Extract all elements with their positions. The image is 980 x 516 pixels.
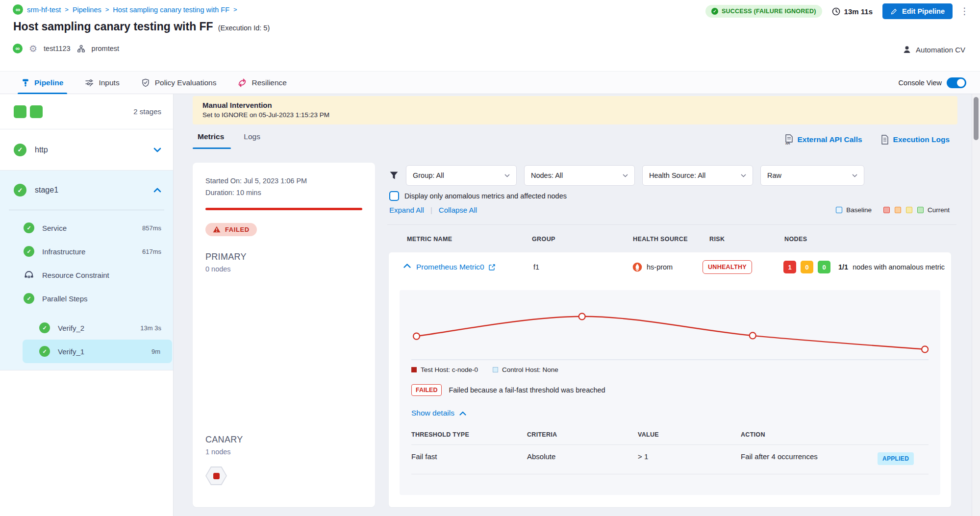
- harness-module-icon: ∞: [13, 44, 23, 53]
- nodes-filter-select[interactable]: Nodes: All: [524, 165, 635, 186]
- value-value: > 1: [638, 452, 648, 461]
- metrics-table-header: METRIC NAME GROUP HEALTH SOURCE RISK NOD…: [387, 236, 956, 245]
- tab-inputs-label: Inputs: [99, 78, 119, 87]
- execution-sidebar: 2 stages ✓ http ✓ stage1 ✓ Service 857ms…: [0, 94, 174, 516]
- control-host-swatch-icon: [493, 367, 498, 372]
- tab-resilience[interactable]: Resilience: [238, 72, 287, 94]
- sidebar-step-verify2[interactable]: ✓ Verify_2 13m 3s: [0, 316, 173, 340]
- nodes-filter-value: Nodes: All: [531, 172, 563, 179]
- health-source-name[interactable]: promtest: [92, 45, 119, 52]
- sidebar-stage-stage1[interactable]: ✓ stage1: [0, 171, 173, 210]
- baseline-legend-label: Baseline: [846, 206, 872, 214]
- tab-policy-evaluations-label: Policy Evaluations: [155, 78, 217, 87]
- external-api-calls-link[interactable]: API External API Calls: [785, 134, 862, 145]
- chevron-down-icon: [852, 174, 857, 177]
- sidebar-step-verify1-selected[interactable]: ✓ Verify_1 9m: [23, 340, 172, 363]
- expand-all-link[interactable]: Expand All: [389, 206, 424, 214]
- stage-square-icon: [14, 105, 26, 118]
- service-name[interactable]: test1123: [44, 45, 71, 52]
- metric-timeseries-chart[interactable]: [411, 295, 929, 364]
- sidebar-stage-http[interactable]: ✓ http: [0, 129, 173, 171]
- sidebar-step-service[interactable]: ✓ Service 857ms: [0, 216, 173, 240]
- canary-label: CANARY: [205, 435, 243, 445]
- breadcrumb-project[interactable]: srm-hf-test: [27, 6, 61, 14]
- chart-legend: Test Host: c-node-0 Control Host: None: [411, 366, 929, 373]
- warning-triangle-icon: [213, 226, 221, 233]
- success-check-icon: ✓: [24, 246, 34, 257]
- chevron-up-icon[interactable]: [403, 264, 411, 268]
- stage-stage1-label: stage1: [35, 186, 58, 195]
- breadcrumb-pipeline-name[interactable]: Host sampling canary testing with FF: [113, 6, 229, 14]
- sidebar-step-parallel-steps[interactable]: ✓ Parallel Steps: [0, 287, 173, 310]
- scrollbar-track[interactable]: [972, 94, 980, 516]
- resilience-icon: [238, 78, 247, 87]
- execution-logs-link[interactable]: Execution Logs: [881, 134, 950, 145]
- more-options-icon[interactable]: ⋮: [960, 6, 969, 16]
- show-details-link[interactable]: Show details: [411, 409, 466, 418]
- col-group: GROUP: [532, 236, 555, 243]
- tab-pipeline[interactable]: Pipeline: [22, 72, 63, 94]
- filter-funnel-icon[interactable]: [389, 171, 399, 180]
- stage1-block: ✓ stage1 ✓ Service 857ms ✓ Infrastructur…: [0, 171, 173, 370]
- data-mode-select[interactable]: Raw: [760, 165, 864, 186]
- stages-count: 2 stages: [133, 107, 161, 116]
- breadcrumb-separator-icon: >: [65, 6, 69, 13]
- unhealthy-node-dot: [213, 473, 220, 479]
- sidebar-step-resource-constraint[interactable]: Resource Constraint: [0, 263, 173, 287]
- banner-subtitle: Set to IGNORE on 05-Jul-2023 1:15:23 PM: [202, 111, 948, 119]
- step-duration: 13m 3s: [140, 324, 161, 332]
- step-label: Verify_1: [58, 347, 84, 356]
- execution-logs-icon: [881, 135, 889, 145]
- edit-pipeline-button[interactable]: Edit Pipeline: [882, 3, 953, 19]
- anomalous-note: nodes with anomalous metric: [853, 263, 945, 271]
- chevron-up-icon[interactable]: [153, 188, 161, 193]
- external-link-icon: [488, 264, 496, 271]
- data-mode-value: Raw: [767, 172, 781, 179]
- col-action: ACTION: [741, 431, 765, 438]
- status-badge-label: SUCCESS (FAILURE IGNORED): [722, 8, 816, 15]
- external-api-calls-label: External API Calls: [798, 135, 862, 144]
- external-api-calls-icon: API: [785, 134, 793, 145]
- sidebar-step-infrastructure[interactable]: ✓ Infrastructure 617ms: [0, 240, 173, 263]
- scrollbar-thumb[interactable]: [974, 97, 979, 140]
- breadcrumb: ∞ srm-hf-test > Pipelines > Host samplin…: [13, 4, 237, 15]
- metric-name-link[interactable]: Prometheus Metric0: [416, 263, 496, 271]
- step-duration: 9m: [151, 348, 160, 355]
- chevron-down-icon[interactable]: [153, 147, 161, 152]
- anomalous-checkbox[interactable]: [389, 191, 399, 201]
- test-host-legend-label: Test Host: c-node-0: [421, 366, 478, 373]
- console-view-toggle[interactable]: [947, 77, 966, 88]
- success-check-icon: ✓: [14, 144, 26, 156]
- tab-logs[interactable]: Logs: [244, 132, 260, 141]
- duration-label: 13m 11s: [844, 7, 873, 16]
- health-source-icon: [77, 45, 85, 53]
- primary-nodes-count: 0 nodes: [205, 265, 362, 273]
- tab-resilience-label: Resilience: [251, 78, 287, 87]
- test-host-legend-item: Test Host: c-node-0: [411, 366, 478, 373]
- risk-badge-unhealthy: UNHEALTHY: [703, 260, 752, 274]
- prometheus-icon: [632, 262, 642, 272]
- step-label: Verify_2: [58, 324, 84, 332]
- red-node-count-badge: 1: [783, 261, 796, 273]
- canary-node-hexagon[interactable]: [205, 467, 227, 485]
- verification-summary-card: Started On: Jul 5, 2023 1:06 PM Duration…: [193, 163, 375, 507]
- status-badge: ✓ SUCCESS (FAILURE IGNORED): [705, 5, 822, 18]
- threshold-type-value: Fail fast: [411, 452, 437, 461]
- divider: [387, 224, 956, 225]
- health-source-filter-select[interactable]: Health Source: All: [642, 165, 753, 186]
- harness-logo-icon: ∞: [13, 4, 23, 15]
- tab-policy-evaluations[interactable]: Policy Evaluations: [141, 72, 217, 94]
- breadcrumb-pipelines[interactable]: Pipelines: [73, 6, 101, 14]
- divider: [411, 474, 929, 474]
- col-metric-name: METRIC NAME: [407, 236, 452, 243]
- success-check-icon: ✓: [39, 322, 50, 333]
- tab-inputs[interactable]: Inputs: [85, 72, 119, 94]
- failed-badge: FAILED: [411, 384, 442, 396]
- collapse-all-link[interactable]: Collapse All: [439, 206, 477, 214]
- page-header: ∞ srm-hf-test > Pipelines > Host samplin…: [0, 0, 980, 71]
- resource-constraint-icon: [24, 270, 34, 280]
- group-filter-select[interactable]: Group: All: [406, 165, 517, 186]
- tab-metrics[interactable]: Metrics: [198, 132, 224, 141]
- anomalous-filter-row: Display only anomalous metrics and affec…: [389, 191, 567, 201]
- console-view-control: Console View: [899, 72, 966, 94]
